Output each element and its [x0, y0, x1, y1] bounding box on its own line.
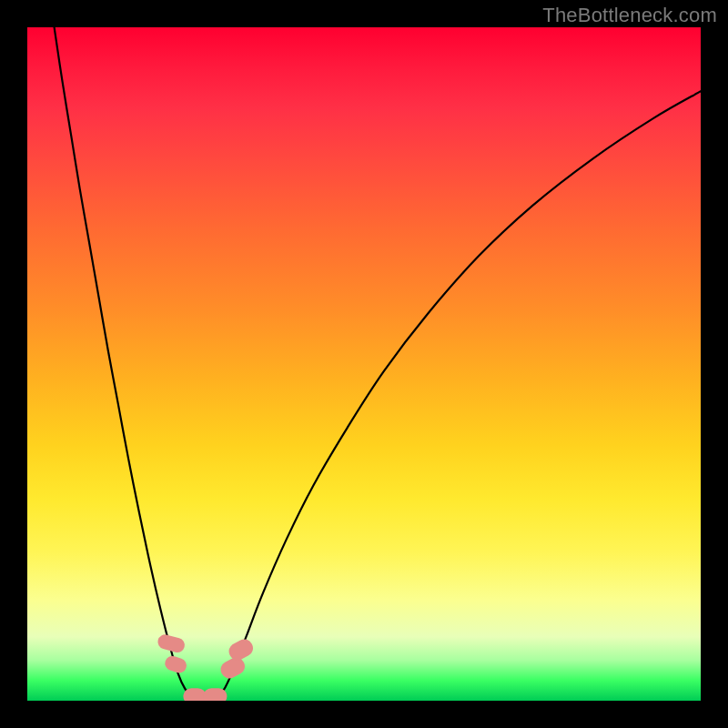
- highlight-marker: [204, 688, 227, 701]
- watermark-text: TheBottleneck.com: [542, 4, 717, 27]
- chart-frame: TheBottleneck.com: [0, 0, 728, 728]
- highlight-marker: [156, 632, 186, 653]
- plot-area: [27, 27, 701, 701]
- highlight-marker: [163, 654, 188, 675]
- marker-layer: [27, 27, 701, 701]
